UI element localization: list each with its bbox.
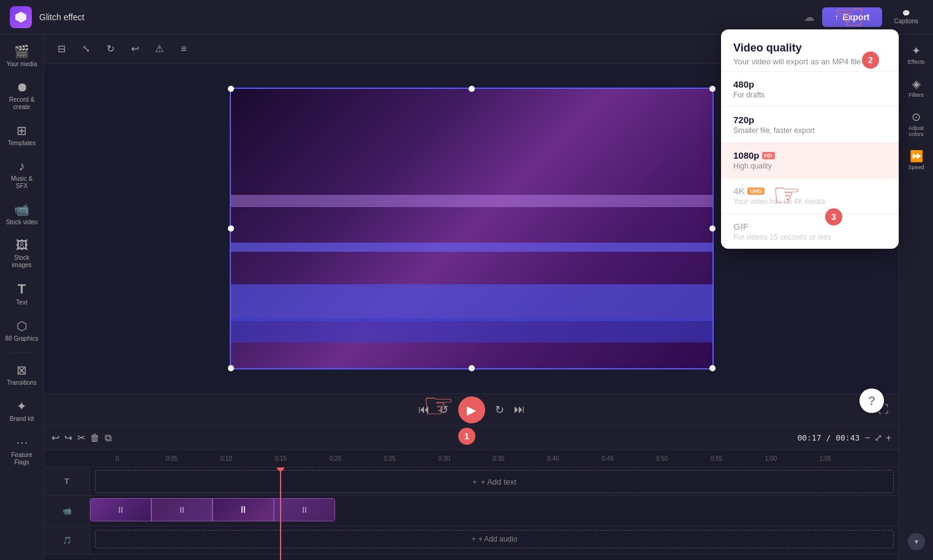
right-tool-effects[interactable]: ✦ Effects [901, 39, 932, 70]
timeline-undo-button[interactable]: ↩ [51, 432, 59, 444]
timeline-duplicate-button[interactable]: ⧉ [105, 433, 111, 444]
help-button[interactable]: ? [859, 388, 884, 413]
quality-option-720p[interactable]: 720p Smaller file, faster export [721, 107, 899, 142]
skip-back-button[interactable]: ⏮ [418, 403, 429, 416]
sidebar-item-stock-video[interactable]: 📹 Stock video [2, 197, 42, 231]
handle-bottom-left[interactable] [228, 365, 234, 371]
quality-option-4k[interactable]: 4K UHD Your video has no 4K media [721, 178, 899, 213]
quality-panel-title: Video quality [733, 42, 886, 55]
quality-option-1080p[interactable]: 1080p HD High quality [721, 142, 899, 178]
ruler-020: 0:20 [308, 455, 363, 462]
ruler-030: 0:30 [417, 455, 472, 462]
timeline-cut-button[interactable]: ✂ [77, 432, 85, 444]
handle-mid-left[interactable] [228, 225, 234, 232]
sidebar-item-text[interactable]: T Text [2, 276, 42, 311]
playback-controls: ⏮ ↺ ▶ ↻ ⏭ ⛶ [44, 393, 899, 425]
quality-4k-desc: Your video has no 4K media [733, 197, 886, 206]
sidebar-item-transitions[interactable]: ⊠ Transitions [2, 358, 42, 392]
right-sidebar: ✦ Effects ◈ Filters ⊙ Adjust colors ⏩ Sp… [899, 34, 933, 560]
zoom-out-button[interactable]: − [864, 433, 870, 444]
quality-1080p-desc: High quality [733, 162, 886, 170]
handle-mid-right[interactable] [709, 225, 716, 232]
sidebar-item-your-media[interactable]: 🎬 Your media [2, 39, 42, 73]
ruler-055: 0:55 [689, 455, 744, 462]
text-track-label[interactable]: T [44, 467, 90, 495]
app-logo [10, 6, 32, 28]
undo-tool-button[interactable]: ↩ [125, 39, 145, 59]
warning-tool-button[interactable]: ⚠ [149, 39, 169, 59]
left-sidebar: 🎬 Your media ⏺ Record & create ⊞ Templat… [0, 34, 44, 560]
right-tool-adjust-colors[interactable]: ⊙ Adjust colors [901, 105, 932, 142]
ruler-045: 0:45 [580, 455, 635, 462]
timeline-delete-button[interactable]: 🗑 [90, 433, 100, 444]
video-track-content: ⏸ [90, 496, 899, 526]
right-tool-speed[interactable]: ⏩ Speed [901, 145, 932, 175]
quality-option-480p[interactable]: 480p For drafts [721, 71, 899, 107]
clip-thumb-1 [90, 498, 151, 521]
collapse-right-button[interactable]: ▾ [908, 533, 925, 550]
record-icon: ⏺ [16, 80, 28, 94]
ruler-035: 0:35 [471, 455, 526, 462]
glitch-line-1 [231, 195, 712, 207]
ruler-0: 0 [90, 455, 145, 462]
crop-tool-button[interactable]: ⊟ [51, 39, 71, 59]
audio-track-label[interactable]: 🎵 [44, 526, 90, 554]
play-button[interactable]: ▶ [458, 396, 485, 423]
captions-button[interactable]: 💬 Captions [890, 7, 923, 27]
zoom-fit-button[interactable]: ⤢ [874, 432, 882, 444]
graphics-icon: ⬡ [17, 319, 27, 333]
handle-top-right[interactable] [709, 86, 716, 92]
rotate-fwd-button[interactable]: ↻ [495, 403, 504, 417]
adjust-colors-icon: ⊙ [912, 110, 921, 124]
resize-tool-button[interactable]: ⤡ [76, 39, 96, 59]
timeline-toolbar: ↩ ↪ ✂ 🗑 ⧉ 00:17 / 00:43 − ⤢ + [44, 426, 899, 450]
video-clip[interactable]: ⏸ [90, 498, 335, 521]
ruler-100: 1:00 [744, 455, 798, 462]
brand-kit-icon: ✦ [17, 399, 27, 414]
rotate-back-button[interactable]: ↺ [439, 403, 448, 417]
handle-bottom-right[interactable] [709, 365, 716, 371]
add-audio-button[interactable]: + + Add audio [95, 530, 894, 548]
add-text-button[interactable]: + + Add text [95, 470, 894, 493]
glitch-line-4 [231, 318, 712, 342]
playhead[interactable] [280, 467, 281, 560]
timeline-tracks: T + + Add text 📹 [44, 467, 899, 560]
ruler-marks: 0 0:05 0:10 0:15 0:20 0:25 0:30 0:35 0:4… [90, 455, 853, 462]
cloud-icon: ☁ [804, 10, 815, 24]
play-icon: ▶ [467, 403, 476, 417]
media-icon: 🎬 [14, 44, 29, 59]
timeline-redo-button[interactable]: ↪ [64, 432, 72, 444]
sidebar-item-stock-images[interactable]: 🖼 Stock images [2, 233, 42, 274]
handle-top-left[interactable] [228, 86, 234, 92]
right-tool-filters[interactable]: ◈ Filters [901, 72, 932, 103]
sidebar-item-feature-flags[interactable]: ⋯ Feature Flags [2, 430, 42, 471]
sidebar-item-brand-kit[interactable]: ✦ Brand kit [2, 394, 42, 428]
time-display: 00:17 / 00:43 [798, 433, 860, 442]
export-button[interactable]: ↑ Export [822, 7, 882, 27]
handle-top-mid[interactable] [469, 86, 475, 92]
transform-tool-button[interactable]: ↻ [100, 39, 120, 59]
plus-text-icon: + [472, 477, 477, 486]
zoom-in-button[interactable]: + [886, 433, 891, 444]
sidebar-item-graphics[interactable]: ⬡ 88 Graphics [2, 314, 42, 347]
skip-fwd-button[interactable]: ⏭ [514, 403, 525, 416]
quality-panel-header: Video quality Your video will export as … [721, 29, 899, 71]
quality-1080p-label: 1080p HD [733, 150, 886, 161]
sidebar-item-record-create[interactable]: ⏺ Record & create [2, 75, 42, 116]
quality-option-gif[interactable]: GIF For videos 15 seconds or less [721, 213, 899, 249]
video-background [231, 89, 712, 368]
handle-bottom-mid[interactable] [469, 365, 475, 371]
quality-panel: Video quality Your video will export as … [721, 29, 899, 249]
ruler-015: 0:15 [254, 455, 308, 462]
video-track-label[interactable]: 📹 [44, 496, 90, 526]
stock-video-icon: 📹 [14, 202, 29, 217]
svg-marker-0 [15, 12, 26, 23]
sidebar-item-templates[interactable]: ⊞ Templates [2, 118, 42, 152]
sidebar-item-music[interactable]: ♪ Music & SFX [2, 154, 42, 195]
ruler-105: 1:05 [798, 455, 853, 462]
quality-480p-label: 480p [733, 79, 886, 89]
align-tool-button[interactable]: ≡ [174, 39, 194, 59]
ruler-010: 0:10 [199, 455, 254, 462]
text-track-row: T + + Add text [44, 467, 899, 496]
export-arrow-icon: ↑ [834, 12, 839, 22]
